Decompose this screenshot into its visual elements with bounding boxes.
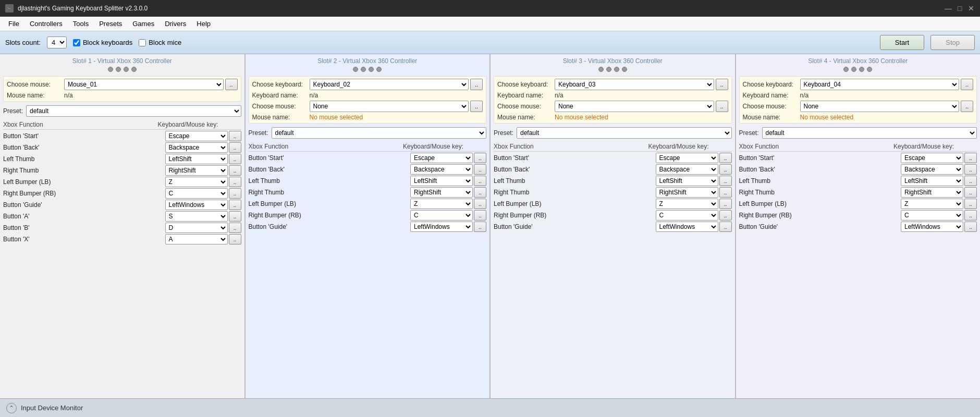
slot-3-mouse-btn[interactable]: .. <box>716 101 728 112</box>
slot-4-preset-select[interactable]: default <box>762 127 977 139</box>
slot-4-func-0-btn[interactable]: .. <box>964 153 977 163</box>
maximize-button[interactable]: □ <box>956 5 963 12</box>
slot-1-func-4-btn[interactable]: .. <box>229 177 241 187</box>
slot-4-keyboard-btn[interactable]: .. <box>961 79 973 90</box>
block-keyboards-checkbox-group[interactable]: Block keyboards <box>73 39 132 46</box>
slot-3-func-6-select[interactable]: LeftWindows <box>656 222 718 232</box>
slot-2-func-4-btn[interactable]: .. <box>474 199 486 209</box>
block-mice-checkbox-group[interactable]: Block mice <box>139 39 181 46</box>
slot-4-func-6-name: Button 'Guide' <box>739 223 901 230</box>
minimize-button[interactable]: — <box>945 5 952 12</box>
slot-1-func-9-select[interactable]: A <box>165 234 228 244</box>
slot-3-func-1-btn[interactable]: .. <box>719 164 732 175</box>
slot-2-func-5-btn[interactable]: .. <box>474 210 486 220</box>
slot-2-func-0-btn[interactable]: .. <box>474 153 486 163</box>
slot-4-func-2-btn[interactable]: .. <box>964 176 977 186</box>
slot-2-keyboard-select[interactable]: Keyboard_02 <box>310 79 469 90</box>
slot-3-func-5-btn[interactable]: .. <box>719 210 732 220</box>
slot-1-mouse-select[interactable]: Mouse_01 <box>64 79 224 90</box>
slot-1-preset-select[interactable]: default <box>26 105 241 117</box>
slot-1-func-6-select[interactable]: LeftWindows <box>165 200 228 210</box>
monitor-expand-icon[interactable]: ⌃ <box>6 403 17 413</box>
slot-1-func-3-select[interactable]: RightShift <box>165 165 228 176</box>
slot-1-func-0-btn[interactable]: .. <box>229 131 241 141</box>
slot-3-func-1-select[interactable]: Backspace <box>656 164 718 175</box>
slot-4-func-3-btn[interactable]: .. <box>964 187 977 198</box>
slot-2-func-0-select[interactable]: Escape <box>410 153 473 163</box>
slot-4-func-6-btn[interactable]: .. <box>964 222 977 232</box>
slot-1-func-0-select[interactable]: Escape <box>165 131 228 141</box>
start-button[interactable]: Start <box>880 35 924 50</box>
slot-4-keyboard-select[interactable]: Keyboard_04 <box>800 79 960 90</box>
block-keyboards-checkbox[interactable] <box>73 39 80 46</box>
slot-1-func-5-select[interactable]: C <box>165 188 228 199</box>
slot-3-func-0-select[interactable]: Escape <box>656 153 718 163</box>
slot-1-func-1-btn[interactable]: .. <box>229 142 241 153</box>
slot-2-keyboard-name-row: Keyboard name: n/a <box>252 92 483 99</box>
slot-2-func-6-btn[interactable]: .. <box>474 222 486 232</box>
slot-1-func-3-btn[interactable]: .. <box>229 165 241 176</box>
menu-tools[interactable]: Tools <box>68 18 94 30</box>
slot-4-func-6-select[interactable]: LeftWindows <box>901 222 963 232</box>
menu-presets[interactable]: Presets <box>94 18 127 30</box>
slot-1-func-9-btn[interactable]: .. <box>229 234 241 244</box>
slot-1-mouse-btn[interactable]: .. <box>225 79 238 90</box>
slot-3-func-4-btn[interactable]: .. <box>719 199 732 209</box>
slot-2-func-1-select[interactable]: Backspace <box>410 164 473 175</box>
slot-1-func-2-select[interactable]: LeftShift <box>165 154 228 164</box>
slot-3-mouse-select[interactable]: None <box>555 101 714 112</box>
slot-1-func-7-select[interactable]: S <box>165 211 228 222</box>
slot-3-func-0-btn[interactable]: .. <box>719 153 732 163</box>
slot-4-func-1-select[interactable]: Backspace <box>901 164 963 175</box>
slot-2-func-3-btn[interactable]: .. <box>474 187 486 198</box>
slot-3-func-4-select[interactable]: Z <box>656 199 718 209</box>
slot-2-func-5-select[interactable]: C <box>410 210 473 220</box>
slot-4-func-1-btn[interactable]: .. <box>964 164 977 175</box>
slot-1-func-7-btn[interactable]: .. <box>229 211 241 222</box>
slot-2-keyboard-btn[interactable]: .. <box>470 79 483 90</box>
block-mice-checkbox[interactable] <box>139 39 146 46</box>
slot-4-func-4-btn[interactable]: .. <box>964 199 977 209</box>
menu-drivers[interactable]: Drivers <box>160 18 191 30</box>
close-button[interactable]: ✕ <box>967 5 975 12</box>
slot-1-func-8-btn[interactable]: .. <box>229 223 241 233</box>
slot-2-preset-select[interactable]: default <box>272 127 486 139</box>
menu-controllers[interactable]: Controllers <box>24 18 68 30</box>
slot-4-mouse-select[interactable]: None <box>800 101 960 112</box>
slot-1-func-2-btn[interactable]: .. <box>229 154 241 164</box>
slot-3-func-3-btn[interactable]: .. <box>719 187 732 198</box>
slot-2-mouse-btn[interactable]: .. <box>470 101 483 112</box>
slot-4-func-4-select[interactable]: Z <box>901 199 963 209</box>
slot-2-func-3-select[interactable]: RightShift <box>410 187 473 198</box>
slot-3-keyboard-select[interactable]: Keyboard_03 <box>555 79 714 90</box>
slot-4-func-2-select[interactable]: LeftShift <box>901 176 963 186</box>
slot-1-func-8-select[interactable]: D <box>165 223 228 233</box>
slot-3-func-6-btn[interactable]: .. <box>719 222 732 232</box>
slot-2-func-2-select[interactable]: LeftShift <box>410 176 473 186</box>
menu-help[interactable]: Help <box>191 18 216 30</box>
slot-4-func-5-btn[interactable]: .. <box>964 210 977 220</box>
slot-4-func-5-select[interactable]: C <box>901 210 963 220</box>
slot-3-func-5-select[interactable]: C <box>656 210 718 220</box>
slot-3-keyboard-btn[interactable]: .. <box>716 79 728 90</box>
slot-2-func-2-btn[interactable]: .. <box>474 176 486 186</box>
slot-1-func-6-btn[interactable]: .. <box>229 200 241 210</box>
slot-3-func-2-select[interactable]: LeftShift <box>656 176 718 186</box>
slot-2-func-6-select[interactable]: LeftWindows <box>410 222 473 232</box>
slot-4-func-0-select[interactable]: Escape <box>901 153 963 163</box>
menu-file[interactable]: File <box>3 18 24 30</box>
slot-2-func-4-select[interactable]: Z <box>410 199 473 209</box>
slot-1-func-1-select[interactable]: Backspace <box>165 142 228 153</box>
menu-games[interactable]: Games <box>127 18 160 30</box>
slot-3-func-2-btn[interactable]: .. <box>719 176 732 186</box>
slot-2-func-1-btn[interactable]: .. <box>474 164 486 175</box>
stop-button[interactable]: Stop <box>930 35 975 50</box>
slots-count-select[interactable]: 4 1 2 3 5 6 7 8 <box>47 36 67 48</box>
slot-3-func-3-select[interactable]: RightShift <box>656 187 718 198</box>
slot-4-mouse-btn[interactable]: .. <box>961 101 973 112</box>
slot-2-mouse-select[interactable]: None <box>310 101 469 112</box>
slot-1-func-4-select[interactable]: Z <box>165 177 228 187</box>
slot-1-func-5-btn[interactable]: .. <box>229 188 241 199</box>
slot-4-func-3-select[interactable]: RightShift <box>901 187 963 198</box>
slot-3-preset-select[interactable]: default <box>517 127 731 139</box>
